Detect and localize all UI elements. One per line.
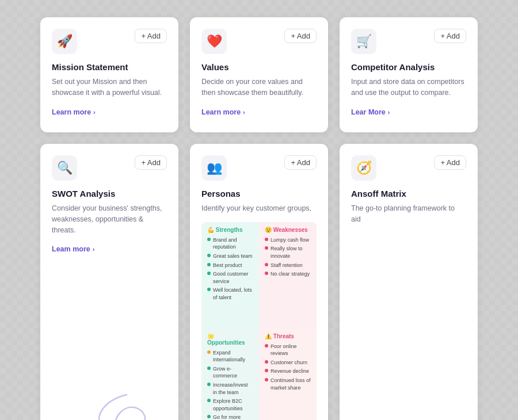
swot-strength-item: Good customer service — [207, 270, 253, 285]
swot-strengths-title: 💪 Strengths — [207, 227, 253, 233]
swot-matrix-preview: 💪 Strengths Brand and reputation Great s… — [201, 222, 317, 420]
values-desc: Decide on your core values and then show… — [201, 77, 317, 98]
ansoff-card: 🧭 + Add Ansoff Matrix The go-to planning… — [340, 144, 478, 420]
swot-card-header: 🔍 + Add — [52, 155, 167, 181]
swot-weakness-item: Lumpy cash flow — [265, 236, 311, 244]
competitor-learn-more-arrow: › — [388, 109, 390, 116]
ansoff-add-button[interactable]: + Add — [434, 155, 466, 170]
values-learn-more-arrow: › — [243, 109, 245, 116]
swot-opportunity-item: Go for more industry awards — [207, 414, 253, 420]
swot-desc: Consider your business' strengths, weakn… — [52, 203, 167, 235]
swot-weaknesses-title: 😟 Weaknesses — [265, 227, 311, 233]
values-add-button[interactable]: + Add — [284, 29, 317, 43]
competitor-desc: Input and store data on competitors and … — [351, 77, 466, 98]
swot-threat-item: Continued loss of market share — [265, 377, 311, 391]
swot-weakness-item: Staff retention — [265, 262, 311, 269]
swot-weaknesses-quadrant: 😟 Weaknesses Lumpy cash flow Really slow… — [259, 222, 317, 329]
swot-strengths-quadrant: 💪 Strengths Brand and reputation Great s… — [201, 222, 259, 329]
swot-opportunity-item: Grow e-commerce — [207, 365, 253, 380]
competitor-card: 🛒 + Add Competitor Analysis Input and st… — [340, 17, 478, 132]
competitor-learn-more[interactable]: Lear More › — [351, 108, 390, 116]
mission-add-button[interactable]: + Add — [135, 29, 167, 43]
competitor-card-header: 🛒 + Add — [351, 29, 466, 54]
decorative-scribble — [75, 383, 178, 420]
swot-opportunity-item: Expand Internationally — [207, 349, 253, 364]
personas-icon: 👥 — [201, 155, 227, 181]
ansoff-desc: The go-to planning framework to aid — [351, 203, 466, 225]
mission-learn-more[interactable]: Learn more › — [52, 108, 96, 116]
values-icon: ❤️ — [201, 29, 227, 54]
mission-icon: 🚀 — [52, 29, 77, 54]
swot-title: SWOT Analysis — [52, 189, 167, 198]
swot-strength-item: Well located, lots of talent — [207, 287, 253, 301]
personas-card: 👥 + Add Personas Identify your key custo… — [190, 144, 328, 420]
swot-threats-quadrant: ⚠️ Threats Poor online reviews Customer … — [259, 329, 317, 420]
mission-card: 🚀 + Add Mission Statement Set out your M… — [40, 17, 178, 132]
swot-threat-item: Poor online reviews — [265, 343, 311, 357]
swot-learn-more-arrow: › — [93, 246, 95, 253]
competitor-title: Competitor Analysis — [351, 62, 466, 72]
swot-threats-title: ⚠️ Threats — [265, 333, 311, 339]
personas-card-header: 👥 + Add — [201, 155, 317, 181]
swot-strength-item: Brand and reputation — [207, 236, 253, 251]
swot-opportunities-title: 🌟 Opportunities — [207, 333, 253, 346]
swot-weakness-item: Really slow to innovate — [265, 245, 311, 259]
swot-opportunities-quadrant: 🌟 Opportunities Expand Internationally G… — [201, 329, 259, 420]
ansoff-icon: 🧭 — [351, 155, 376, 181]
values-title: Values — [201, 62, 317, 72]
swot-strength-item: Best product — [207, 262, 253, 269]
swot-weakness-item: No clear strategy — [265, 270, 311, 278]
mission-card-header: 🚀 + Add — [52, 29, 167, 54]
mission-desc: Set out your Mission and then showcase i… — [52, 77, 167, 98]
values-card: ❤️ + Add Values Decide on your core valu… — [190, 17, 328, 132]
personas-title: Personas — [201, 189, 317, 198]
ansoff-card-header: 🧭 + Add — [351, 155, 466, 181]
swot-add-button[interactable]: + Add — [135, 155, 167, 170]
swot-learn-more[interactable]: Leam more › — [52, 245, 94, 253]
personas-add-button[interactable]: + Add — [284, 155, 317, 170]
swot-strength-item: Great sales team — [207, 253, 253, 260]
mission-learn-more-arrow: › — [93, 109, 96, 116]
card-grid: 🚀 + Add Mission Statement Set out your M… — [23, 0, 495, 420]
competitor-icon: 🛒 — [351, 29, 376, 54]
personas-desc: Identify your key customer groups, — [201, 203, 317, 214]
swot-icon: 🔍 — [52, 155, 77, 181]
ansoff-title: Ansoff Matrix — [351, 189, 466, 198]
swot-threat-item: Customer churn — [265, 359, 311, 366]
mission-title: Mission Statement — [52, 62, 167, 72]
swot-opportunity-item: Increase/invest in the team — [207, 381, 253, 396]
swot-opportunity-item: Explore B2C opportunities — [207, 398, 253, 412]
competitor-add-button[interactable]: + Add — [434, 29, 466, 43]
values-card-header: ❤️ + Add — [201, 29, 317, 54]
swot-threat-item: Revenue decline — [265, 368, 311, 375]
swot-card: 🔍 + Add SWOT Analysis Consider your busi… — [40, 144, 178, 420]
values-learn-more[interactable]: Learn more › — [201, 108, 245, 116]
